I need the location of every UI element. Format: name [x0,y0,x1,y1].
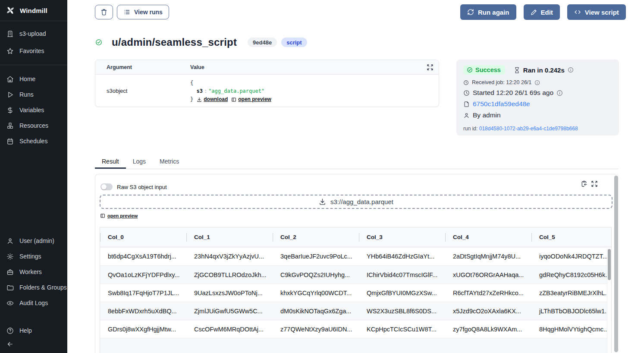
column-header: Col_0 [100,227,186,247]
sidebar-item-settings[interactable]: Settings [0,249,67,264]
raw-s3-toggle-row: Raw S3 object input [101,183,167,190]
column-header: Col_3 [359,227,445,247]
json-key: s3 [196,88,202,94]
hourglass-icon [514,67,520,73]
table-scrollbar[interactable] [607,248,611,353]
sidebar-collapse-button[interactable] [0,338,67,350]
info-icon[interactable] [556,90,563,96]
sidebar-item-label: Favorites [19,47,44,54]
download-icon [319,198,326,205]
worker-link[interactable]: 6750c1dfa59ed48e [473,100,530,108]
page-title: u/admin/seamless_script [112,36,237,48]
info-icon[interactable] [534,80,540,85]
table-cell: R6cfTAYtd27xZeRHkco... [445,290,531,296]
table-cell: jLThBTbOBJODlc65lw1... [531,308,611,315]
result-tabs: Result Logs Metrics [95,157,618,169]
app-window: Windmill s3-upload Favorites [0,0,644,353]
table-cell: 8ebbFxWDxrh5uXdBQ... [100,308,186,315]
result-scrollbar-thumb[interactable] [614,176,618,352]
list-icon [123,9,130,16]
view-script-button[interactable]: View script [567,4,626,20]
table-cell: xUGOt76ORGrAAHaqa... [445,271,531,278]
download-icon [197,97,202,102]
sidebar-item-variables[interactable]: Variables [0,102,67,118]
brand[interactable]: Windmill [0,0,67,21]
raw-s3-toggle[interactable] [101,183,113,190]
worker-row: 6750c1dfa59ed48e [463,100,612,108]
table-cell: ZjGCOB9TLLROdzoJkh... [186,271,273,278]
json-colon: : [203,88,208,94]
table-cell: 3qeBarIueJF2uvc9PoLc... [273,253,359,260]
table-cell: ZjmlJUiGwfU5GWw5C... [186,308,273,315]
table-row: Swb8Iq17FqHjoT7P1JL... 9UazLsxzsJW0oPToN… [100,284,611,302]
argument-name: s3object [95,88,190,94]
view-runs-button[interactable]: View runs [117,5,169,19]
table-cell: QmjxGfBYUI0MGzXSw... [359,290,445,296]
table-cell: zZB3eatyrRiBMEJrXlhL... [531,290,611,296]
sidebar-item-help[interactable]: Help [0,323,67,338]
arguments-card: Argument Value s3object { s3:"agg_data.p… [95,60,439,107]
delete-run-button[interactable] [95,5,113,19]
column-header: Col_1 [186,227,273,247]
expand-icon[interactable] [591,180,598,187]
sidebar-item-schedules[interactable]: Schedules [0,133,67,149]
run-again-button[interactable]: Run again [460,4,516,20]
brand-label: Windmill [20,7,47,14]
expand-icon[interactable] [427,64,434,71]
sidebar-bottom: User (admin) Settings Workers [0,233,67,350]
clipboard-copy-icon[interactable] [581,180,587,187]
sidebar-item-label: Audit Logs [19,299,48,306]
sidebar-item-resources[interactable]: Resources [0,118,67,133]
info-icon[interactable] [568,67,574,73]
sidebar-item-label: Variables [19,107,44,113]
windmill-logo-icon [6,6,15,15]
table-cell: z77QWeNtXzy9aU6IDN... [273,326,359,333]
view-script-label: View script [585,9,619,16]
received-label: Received job: 12:20 26/1 [472,79,531,85]
status-badge: Success [463,65,505,75]
help-icon [6,327,14,334]
run-id-label: run id: [463,126,478,132]
table-cell: CscOFwM6MRqDOttAj... [186,326,273,333]
result-scrollbar[interactable] [614,174,619,353]
result-data-table: Col_0 Col_1 Col_2 Col_3 Col_4 Col_5 bt6d… [100,227,612,353]
run-id-link[interactable]: 018d4580-1072-ab29-e6a4-c1de9798b668 [479,126,578,132]
open-preview-link[interactable]: open preview [231,95,271,104]
sidebar-item-s3-upload[interactable]: s3-upload [0,25,67,42]
edit-button[interactable]: Edit [524,4,560,20]
clock-icon [463,90,470,96]
sidebar-item-folders-groups[interactable]: Folders & Groups [0,280,67,295]
s3-uri-label: s3://agg_data.parquet [330,198,393,205]
home-icon [6,76,14,83]
table-cell: bt6dp4CgXsA19T6hdrj... [100,253,186,260]
star-icon [6,47,14,55]
panel-preview-icon [100,213,105,218]
open-preview-link[interactable]: open preview [100,213,138,218]
sidebar-item-home[interactable]: Home [0,71,67,87]
panel-preview-icon [231,97,236,102]
sidebar-item-label: Schedules [19,138,47,145]
sidebar-item-label: Runs [19,91,34,98]
table-row: 8ebbFxWDxrh5uXdBQ... ZjmlJUiGwfU5GWw5C..… [100,302,611,320]
tab-logs[interactable]: Logs [126,157,153,169]
person-icon [463,112,470,119]
tab-result[interactable]: Result [95,157,126,169]
download-link[interactable]: download [197,95,228,104]
sidebar-item-runs[interactable]: Runs [0,87,67,102]
started-row: Started 12:20 26/1 69s ago [463,89,612,97]
toolbar-right: Run again Edit View script [460,4,626,20]
s3-file-download-button[interactable]: s3://agg_data.parquet [100,195,613,209]
sidebar-item-user[interactable]: User (admin) [0,233,67,249]
building-icon [6,30,14,38]
sidebar-item-workers[interactable]: Workers [0,264,67,280]
argument-row: s3object { s3:"agg_data.parquet" } downl… [95,75,439,107]
sidebar-item-favorites[interactable]: Favorites [0,42,67,60]
sidebar-item-audit-logs[interactable]: Audit Logs [0,295,67,311]
hash-badge: 9ed48e [248,38,277,47]
folder-icon [6,284,14,291]
sidebar-item-label: Resources [19,122,48,129]
tab-metrics[interactable]: Metrics [153,157,186,169]
table-cell: WS2X3uzSBL8f6S0DS... [359,308,445,315]
table-cell: QvOa1oLzKFjYDFPdlxy... [100,271,186,278]
table-scrollbar-thumb[interactable] [608,249,611,280]
